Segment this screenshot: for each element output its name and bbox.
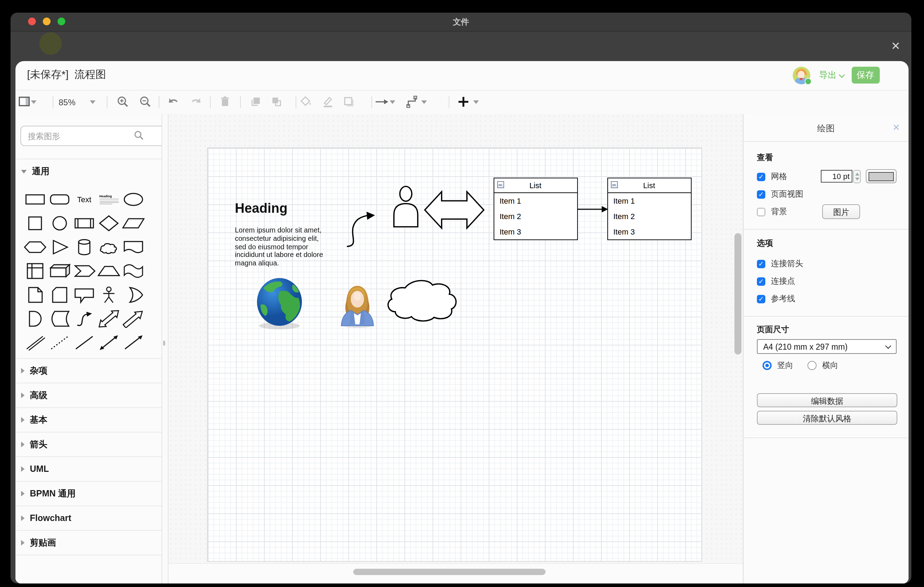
shape-curve[interactable]: [72, 307, 97, 331]
to-front-icon[interactable]: [249, 96, 262, 108]
connection-style-icon[interactable]: [375, 96, 387, 108]
shape-data-storage[interactable]: [48, 307, 72, 331]
collapse-icon[interactable]: [610, 181, 617, 188]
shape-circle[interactable]: [48, 211, 72, 235]
list-title[interactable]: List: [608, 178, 691, 193]
list-item[interactable]: Item 3: [494, 224, 577, 239]
shape-note[interactable]: [23, 283, 48, 307]
shape-actor[interactable]: [97, 283, 121, 307]
connection-style-dropdown-icon[interactable]: [389, 101, 395, 104]
waypoint-style-icon[interactable]: [406, 96, 418, 108]
shape-parallelogram[interactable]: [121, 211, 146, 235]
canvas-paragraph-text[interactable]: Lorem ipsum dolor sit amet, consectetur …: [235, 226, 326, 267]
list-item[interactable]: Item 1: [494, 193, 577, 209]
shape-ellipse[interactable]: [121, 188, 146, 211]
shape-dashed-line[interactable]: [48, 331, 72, 355]
shape-triangle[interactable]: [48, 235, 72, 259]
list-item[interactable]: Item 1: [608, 193, 691, 209]
list-title[interactable]: List: [494, 178, 577, 193]
redo-icon[interactable]: [189, 96, 202, 108]
connection-points-checkbox[interactable]: ✓: [757, 277, 765, 285]
grid-color-button[interactable]: [866, 169, 897, 183]
page-view-checkbox[interactable]: ✓: [757, 190, 765, 198]
save-button[interactable]: 保存: [851, 67, 879, 84]
zoom-in-icon[interactable]: [116, 96, 129, 108]
delete-icon[interactable]: [219, 96, 231, 108]
shape-cube[interactable]: [48, 259, 72, 283]
sidebar-resize-handle[interactable]: [162, 114, 168, 583]
shape-line[interactable]: [72, 331, 97, 355]
section-flowchart[interactable]: Flowchart: [15, 506, 162, 530]
list-item[interactable]: Item 2: [494, 209, 577, 224]
collapse-icon[interactable]: [497, 181, 504, 188]
shape-card[interactable]: [48, 283, 72, 307]
undo-icon[interactable]: [167, 96, 180, 108]
guides-checkbox[interactable]: ✓: [757, 295, 765, 303]
section-bpmn[interactable]: BPMN 通用: [15, 481, 162, 506]
vertical-scrollbar-thumb[interactable]: [734, 233, 741, 355]
shape-callout[interactable]: [72, 283, 97, 307]
list-connector-arrow[interactable]: [578, 206, 608, 213]
sidebar-collapse-grip-icon[interactable]: ‖: [163, 340, 165, 347]
grid-size-input[interactable]: [821, 170, 852, 183]
to-back-icon[interactable]: [270, 96, 282, 108]
format-panel-dropdown-icon[interactable]: [31, 101, 36, 104]
shape-tape[interactable]: [121, 259, 146, 283]
shape-internal-storage[interactable]: [23, 259, 48, 283]
shape-directional-connector[interactable]: [121, 331, 146, 355]
shape-link[interactable]: [23, 331, 48, 355]
section-uml[interactable]: UML: [15, 457, 162, 481]
background-checkbox[interactable]: [757, 208, 765, 216]
shape-bidirectional-connector[interactable]: [97, 331, 121, 355]
page-size-select[interactable]: A4 (210 mm x 297 mm): [757, 339, 897, 354]
insert-icon[interactable]: [457, 96, 469, 108]
shape-or[interactable]: [121, 283, 146, 307]
horizontal-scrollbar-thumb[interactable]: [353, 569, 545, 575]
shape-rounded-rectangle[interactable]: [48, 188, 72, 211]
shape-and[interactable]: [23, 307, 48, 331]
portrait-radio[interactable]: [762, 361, 772, 370]
landscape-radio[interactable]: [807, 361, 817, 370]
section-advanced[interactable]: 高级: [15, 383, 162, 407]
zoom-level[interactable]: 85%: [59, 97, 76, 107]
shape-document[interactable]: [121, 235, 146, 259]
shape-rectangle[interactable]: [23, 188, 48, 211]
curved-arrow-shape[interactable]: [346, 212, 375, 246]
section-misc[interactable]: 杂项: [15, 358, 162, 383]
insert-dropdown-icon[interactable]: [473, 101, 478, 104]
list-item[interactable]: Item 2: [608, 209, 691, 224]
grid-size-stepper[interactable]: [853, 170, 861, 183]
shape-diamond[interactable]: [97, 211, 121, 235]
list-shape-2[interactable]: List Item 1 Item 2 Item 3: [607, 178, 691, 240]
actor-shape[interactable]: [394, 186, 417, 227]
search-input[interactable]: [20, 126, 170, 146]
section-general[interactable]: 通用: [15, 159, 162, 183]
shape-trapezoid[interactable]: [97, 259, 121, 283]
shape-process[interactable]: [72, 211, 97, 235]
list-shape-1[interactable]: List Item 1 Item 2 Item 3: [493, 178, 578, 240]
shape-textbox[interactable]: Heading: [97, 188, 121, 211]
shape-hexagon[interactable]: [23, 235, 48, 259]
shape-step[interactable]: [72, 259, 97, 283]
section-arrows[interactable]: 箭头: [15, 432, 162, 457]
section-basic[interactable]: 基本: [15, 407, 162, 432]
panel-close-icon[interactable]: ✕: [893, 122, 900, 133]
export-button[interactable]: 导出: [819, 69, 843, 81]
waypoint-style-dropdown-icon[interactable]: [421, 101, 427, 104]
edit-data-button[interactable]: 编辑数据: [757, 393, 897, 407]
globe-clipart[interactable]: [257, 278, 302, 329]
shape-bidirectional-arrow[interactable]: [97, 307, 121, 331]
background-image-button[interactable]: 图片: [822, 204, 860, 219]
woman-clipart[interactable]: [341, 286, 373, 328]
shape-arrow[interactable]: [121, 307, 146, 331]
shape-cylinder[interactable]: [72, 235, 97, 259]
cloud-shape[interactable]: [388, 280, 456, 321]
format-panel-toggle-icon[interactable]: [18, 96, 31, 108]
clear-default-style-button[interactable]: 清除默认风格: [757, 411, 897, 425]
shape-square[interactable]: [23, 211, 48, 235]
dialog-close-icon[interactable]: ✕: [891, 41, 901, 52]
zoom-dropdown-icon[interactable]: [89, 101, 95, 104]
shape-text[interactable]: Text: [72, 188, 97, 211]
canvas-area[interactable]: Heading Lorem ipsum dolor sit amet, cons…: [168, 114, 743, 583]
grid-checkbox[interactable]: ✓: [757, 172, 765, 181]
